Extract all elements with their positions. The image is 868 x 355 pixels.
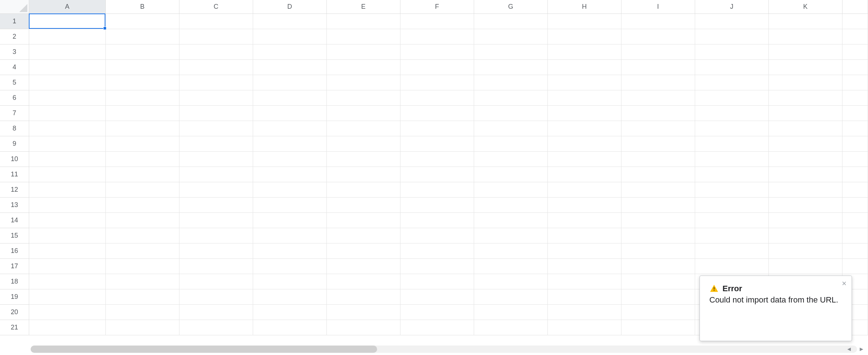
cell[interactable] (106, 152, 179, 167)
cell[interactable] (106, 182, 179, 198)
cell[interactable] (327, 136, 400, 152)
cell[interactable] (327, 289, 400, 305)
cell[interactable] (400, 213, 474, 228)
cell[interactable] (769, 121, 842, 136)
cell[interactable] (695, 44, 769, 60)
cell[interactable] (400, 29, 474, 44)
row-header-16[interactable]: 16 (0, 243, 29, 259)
cell[interactable] (327, 213, 400, 228)
cell[interactable] (548, 60, 621, 75)
cell[interactable] (695, 90, 769, 106)
cell[interactable] (842, 44, 868, 60)
cell[interactable] (548, 289, 621, 305)
cell[interactable] (474, 228, 548, 243)
row-header-7[interactable]: 7 (0, 106, 29, 121)
cell[interactable] (253, 14, 327, 29)
cell[interactable] (327, 60, 400, 75)
cell[interactable] (621, 228, 695, 243)
cell[interactable] (769, 75, 842, 90)
cell[interactable] (106, 14, 179, 29)
cell[interactable] (106, 29, 179, 44)
row-header-2[interactable]: 2 (0, 29, 29, 44)
column-header-K[interactable]: K (769, 0, 842, 14)
cell[interactable] (179, 182, 253, 198)
horizontal-scrollbar-track[interactable] (31, 346, 857, 353)
row-header-4[interactable]: 4 (0, 60, 29, 75)
horizontal-scrollbar-thumb[interactable] (31, 346, 377, 353)
column-header-A[interactable]: A (29, 0, 106, 14)
cell[interactable] (474, 305, 548, 320)
cell[interactable] (253, 289, 327, 305)
cell[interactable] (253, 320, 327, 335)
cell[interactable] (29, 136, 106, 152)
cell[interactable] (548, 106, 621, 121)
cell[interactable] (842, 213, 868, 228)
cell[interactable] (548, 259, 621, 274)
cell[interactable] (179, 305, 253, 320)
cell[interactable] (106, 121, 179, 136)
cell[interactable] (621, 106, 695, 121)
cell[interactable] (474, 274, 548, 289)
cell[interactable] (474, 44, 548, 60)
cell[interactable] (179, 259, 253, 274)
column-header-F[interactable]: F (400, 0, 474, 14)
cell[interactable] (29, 167, 106, 182)
cell[interactable] (29, 106, 106, 121)
column-header-B[interactable]: B (106, 0, 179, 14)
cell[interactable] (769, 167, 842, 182)
cell[interactable] (327, 75, 400, 90)
cell[interactable] (621, 305, 695, 320)
cell[interactable] (179, 320, 253, 335)
cell[interactable] (106, 259, 179, 274)
cell[interactable] (400, 106, 474, 121)
cell[interactable] (842, 29, 868, 44)
cell[interactable] (621, 259, 695, 274)
cell[interactable] (29, 243, 106, 259)
cell[interactable] (400, 14, 474, 29)
cell[interactable] (474, 198, 548, 213)
cell[interactable] (179, 289, 253, 305)
cell[interactable] (769, 29, 842, 44)
cell[interactable] (400, 121, 474, 136)
cell[interactable] (253, 198, 327, 213)
cell[interactable] (695, 182, 769, 198)
cell[interactable] (400, 320, 474, 335)
cell[interactable] (179, 44, 253, 60)
cell[interactable] (400, 274, 474, 289)
cell[interactable] (621, 29, 695, 44)
column-header-C[interactable]: C (179, 0, 253, 14)
cell[interactable] (621, 121, 695, 136)
cell[interactable] (106, 167, 179, 182)
cell[interactable] (695, 29, 769, 44)
cell[interactable] (621, 75, 695, 90)
cell[interactable] (548, 243, 621, 259)
cell[interactable] (29, 213, 106, 228)
cell[interactable] (769, 136, 842, 152)
cell[interactable] (769, 259, 842, 274)
cell[interactable] (253, 152, 327, 167)
cell[interactable] (253, 259, 327, 274)
cell[interactable] (474, 182, 548, 198)
column-header-I[interactable]: I (621, 0, 695, 14)
cell[interactable] (474, 243, 548, 259)
cell[interactable] (327, 182, 400, 198)
cell[interactable] (327, 243, 400, 259)
cell[interactable] (29, 182, 106, 198)
row-header-19[interactable]: 19 (0, 289, 29, 305)
cell[interactable] (548, 198, 621, 213)
cell[interactable] (327, 14, 400, 29)
cell[interactable] (548, 182, 621, 198)
cell[interactable] (842, 198, 868, 213)
cell[interactable] (106, 44, 179, 60)
cell[interactable] (548, 152, 621, 167)
cell[interactable] (179, 136, 253, 152)
cell[interactable] (253, 106, 327, 121)
cell[interactable] (106, 289, 179, 305)
cell[interactable] (29, 60, 106, 75)
cell[interactable] (548, 14, 621, 29)
column-header-E[interactable]: E (327, 0, 400, 14)
cell[interactable] (29, 198, 106, 213)
cell[interactable] (106, 274, 179, 289)
cell[interactable] (253, 60, 327, 75)
cell[interactable] (695, 14, 769, 29)
